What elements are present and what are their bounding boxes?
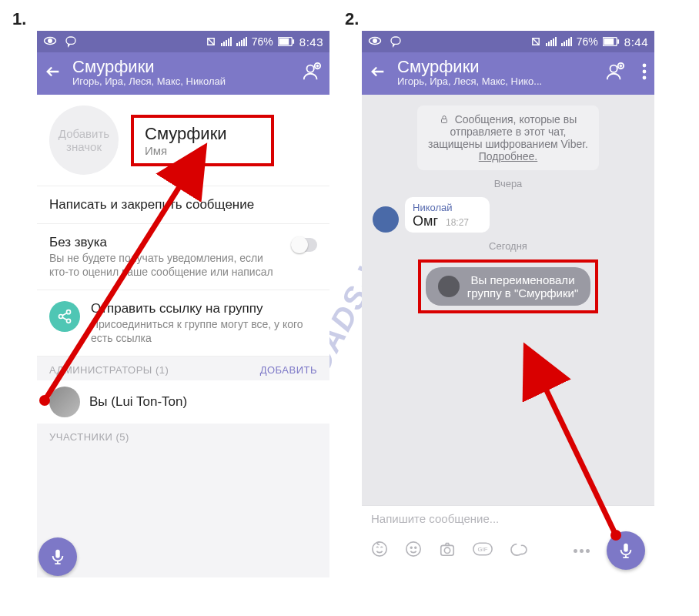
svg-rect-27 [546,43,547,46]
phone-screenshot-1: 76% 8:43 Смурфики Игорь, Ира, Леся, Макс… [37,31,329,578]
svg-rect-21 [55,550,60,558]
viber-notif-icon [65,35,77,48]
sys-line1: Вы переименовали [470,273,574,286]
mute-toggle[interactable] [291,238,317,252]
group-name-highlight: Смурфики Имя [131,115,274,166]
svg-rect-14 [279,38,289,45]
group-name-row[interactable]: Добавить значок Смурфики Имя [37,95,329,186]
message-row[interactable]: Николай Омг 18:27 [373,197,644,233]
share-link-row[interactable]: Отправить ссылку на группу Присоединитьс… [37,290,329,357]
chat-title: Смурфики [397,59,542,75]
phone-screenshot-2: 76% 8:44 Смурфики Игорь, Ира, Леся, Макс… [362,31,654,578]
group-name-value[interactable]: Смурфики [145,124,260,144]
chat-input-bar: Напишите сообщение... GIF [362,505,654,578]
encryption-more-link[interactable]: Подробнее. [428,150,588,162]
group-name-caption: Имя [145,144,260,157]
nfc-icon [206,36,216,47]
svg-point-18 [59,315,63,319]
mic-button[interactable] [38,537,77,576]
mute-row[interactable]: Без звука Вы не будете получать уведомле… [37,224,329,290]
svg-point-44 [643,75,647,79]
sender-avatar[interactable] [373,206,399,233]
svg-rect-5 [226,40,227,46]
admin-row[interactable]: Вы (Lui Ton-Ton) [37,380,329,424]
message-input[interactable]: Напишите сообщение... [371,512,645,525]
svg-point-51 [444,547,450,553]
svg-point-25 [373,39,377,43]
admins-section-header: АДМИНИСТРАТОРЫ (1) ДОБАВИТЬ [37,357,329,380]
battery-icon [278,37,295,46]
mute-title: Без звука [49,235,280,250]
svg-rect-3 [221,43,222,46]
mic-button[interactable] [607,531,645,570]
camera-icon[interactable] [439,541,456,561]
pin-message-row[interactable]: Написать и закрепить сообщение [37,186,329,224]
status-bar: 76% 8:43 [37,31,329,52]
svg-rect-33 [564,42,565,46]
mention-doodle-icon[interactable] [510,541,528,560]
svg-rect-15 [293,39,294,44]
message-sender: Николай [413,202,482,213]
chat-title-block[interactable]: Смурфики Игорь, Ира, Леся, Макс, Николай [72,59,226,87]
svg-rect-9 [239,42,240,46]
pin-message-text: Написать и закрепить сообщение [49,197,317,213]
svg-rect-6 [228,38,229,46]
svg-rect-35 [568,38,570,46]
svg-point-47 [406,542,420,556]
more-menu-icon[interactable] [642,63,647,83]
chat-header: Смурфики Игорь, Ира, Леся, Макс, Николай [37,52,329,95]
message-bubble[interactable]: Николай Омг 18:27 [405,197,490,233]
members-header-text: УЧАСТНИКИ (5) [49,431,129,443]
add-member-icon[interactable] [302,62,322,85]
chat-members-line: Игорь, Ира, Леся, Макс, Николай [72,75,226,87]
svg-point-49 [415,547,416,548]
members-section-header: УЧАСТНИКИ (5) [37,424,329,447]
avatar-text-l1: Добавить [59,127,109,140]
battery-icon [603,37,620,46]
svg-point-46 [373,542,386,556]
svg-rect-12 [246,37,247,46]
chat-body[interactable]: Сообщения, которые вы отправляете в этот… [362,95,654,505]
signal-icon-2 [561,37,572,46]
svg-rect-7 [230,37,232,46]
panel-1-label: 1. [12,9,26,29]
svg-rect-38 [604,38,614,45]
add-admin-link[interactable]: ДОБАВИТЬ [260,364,317,376]
svg-point-40 [610,65,617,72]
back-icon[interactable] [45,63,62,83]
group-avatar-placeholder[interactable]: Добавить значок [49,105,119,175]
avatar-text-l2: значок [66,140,102,153]
svg-rect-36 [570,37,572,46]
add-member-icon[interactable] [605,62,625,85]
group-info-body[interactable]: Добавить значок Смурфики Имя Написать и … [37,95,329,578]
share-title: Отправить ссылку на группу [91,301,317,316]
svg-rect-10 [241,40,242,46]
sticker-icon[interactable] [371,541,388,561]
more-options-icon[interactable] [574,549,590,553]
svg-rect-4 [223,42,225,46]
svg-text:GIF: GIF [478,546,488,553]
nfc-icon [530,36,541,47]
gif-icon[interactable]: GIF [473,542,493,559]
status-time: 8:43 [299,35,323,49]
system-avatar [438,276,460,297]
back-icon[interactable] [370,63,386,83]
message-text: Омг [413,213,438,229]
svg-point-43 [643,69,647,73]
share-icon [49,301,80,332]
day-label-yesterday: Вчера [494,178,523,189]
eye-icon [43,35,57,48]
encryption-notice[interactable]: Сообщения, которые вы отправляете в этот… [417,105,599,170]
lock-icon [440,113,452,126]
chat-title-block[interactable]: Смурфики Игорь, Ира, Леся, Макс, Нико... [397,59,542,87]
svg-rect-2 [66,37,75,44]
mute-desc: Вы не будете получать уведомления, если … [49,252,280,279]
svg-point-20 [67,319,71,323]
emoji-icon[interactable] [405,541,422,561]
battery-percent: 76% [252,35,273,48]
signal-icon-2 [236,37,247,46]
enc-line3: защищены шифрованием Viber. [428,138,588,150]
admins-header-text: АДМИНИСТРАТОРЫ (1) [49,364,169,376]
share-desc: Присоединиться к группе могут все, у ког… [91,318,317,345]
svg-point-48 [410,547,412,548]
